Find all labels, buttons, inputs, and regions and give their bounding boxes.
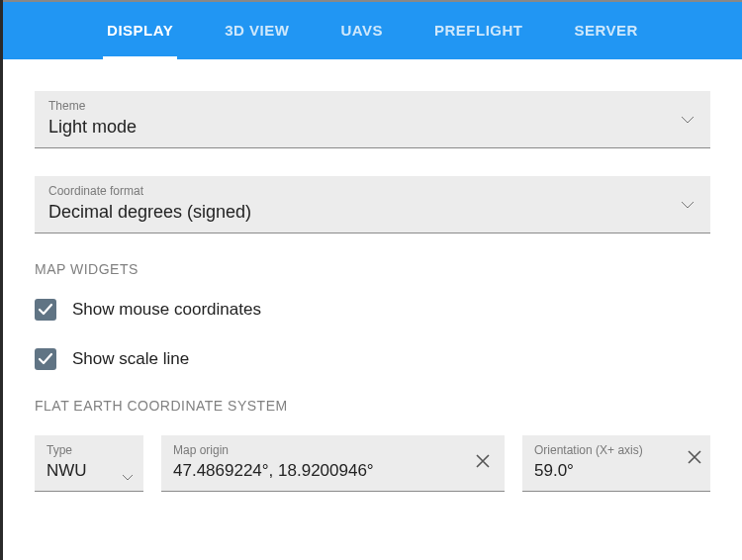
theme-select[interactable]: Theme Light mode xyxy=(35,91,710,148)
tab-display[interactable]: DISPLAY xyxy=(103,2,177,59)
content-area: Theme Light mode Coordinate format Decim… xyxy=(3,59,742,512)
orientation-label: Orientation (X+ axis) xyxy=(534,443,698,457)
chevron-down-icon xyxy=(122,467,134,485)
checkbox-show-mouse-coordinates[interactable]: Show mouse coordinates xyxy=(35,299,710,321)
flat-earth-row: Type NWU Map origin 47.4869224°, 18.9200… xyxy=(35,435,710,492)
type-value: NWU xyxy=(46,461,132,481)
tab-preflight[interactable]: PREFLIGHT xyxy=(430,2,527,59)
orientation-field[interactable]: Orientation (X+ axis) 59.0° xyxy=(522,435,710,492)
map-origin-label: Map origin xyxy=(173,443,493,457)
checkbox-icon xyxy=(35,299,56,321)
checkbox-label: Show scale line xyxy=(72,349,189,369)
type-select[interactable]: Type NWU xyxy=(35,435,143,492)
chevron-down-icon xyxy=(681,201,695,209)
tab-3d-view[interactable]: 3D VIEW xyxy=(221,2,293,59)
map-origin-field[interactable]: Map origin 47.4869224°, 18.9200946° xyxy=(161,435,505,492)
theme-value: Light mode xyxy=(48,117,696,138)
coordinate-format-select[interactable]: Coordinate format Decimal degrees (signe… xyxy=(35,176,710,233)
section-map-widgets: MAP WIDGETS xyxy=(35,261,710,277)
checkbox-icon xyxy=(35,348,56,370)
map-origin-value: 47.4869224°, 18.9200946° xyxy=(173,461,493,481)
tab-server[interactable]: SERVER xyxy=(570,2,641,59)
checkbox-label: Show mouse coordinates xyxy=(72,300,261,320)
tab-uavs[interactable]: UAVS xyxy=(336,2,387,59)
close-icon[interactable] xyxy=(687,449,702,469)
chevron-down-icon xyxy=(681,116,695,124)
coordinate-format-label: Coordinate format xyxy=(48,184,696,198)
type-label: Type xyxy=(46,443,132,457)
checkbox-show-scale-line[interactable]: Show scale line xyxy=(35,348,710,370)
coordinate-format-value: Decimal degrees (signed) xyxy=(48,202,696,223)
close-icon[interactable] xyxy=(475,453,491,473)
tab-bar: DISPLAY 3D VIEW UAVS PREFLIGHT SERVER xyxy=(3,0,742,59)
orientation-value: 59.0° xyxy=(534,461,698,481)
section-flat-earth: FLAT EARTH COORDINATE SYSTEM xyxy=(35,398,710,414)
theme-label: Theme xyxy=(48,99,696,113)
